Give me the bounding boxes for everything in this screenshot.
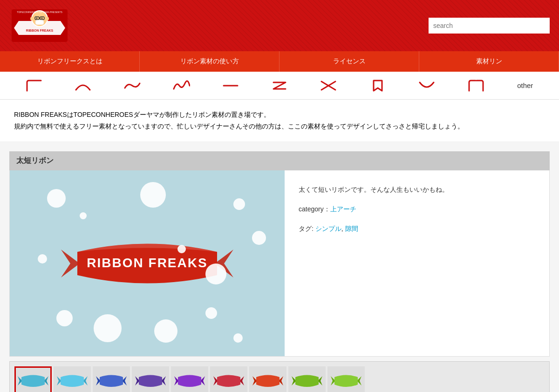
category-link[interactable]: 上アーチ (330, 205, 356, 213)
svg-point-11 (45, 17, 49, 20)
tag-line: タグ: シンプル, 隙間 (299, 223, 535, 235)
logo-area: RIBBON FREAKS TOPECONHEROES DA-YAMA PRES… (9, 5, 70, 47)
icon-bracket[interactable] (451, 79, 500, 93)
logo-icon: RIBBON FREAKS TOPECONHEROES DA-YAMA PRES… (9, 5, 70, 47)
icon-other[interactable]: other (501, 81, 550, 89)
icon-nav: other (0, 72, 559, 100)
thumb-ribbon-icon (173, 371, 206, 392)
ribbon-preview: RIBBON FREAKS (10, 170, 285, 356)
description-line1: RIBBON FREAKSはTOPECONHEROESダーヤマが制作したリボン素… (14, 109, 545, 121)
main-content: 太短リボン (0, 142, 559, 392)
description-line2: 規約内で無料で使えるフリー素材となっていますので、忙しいデザイナーさんその他の方… (14, 121, 545, 132)
nav-item-links[interactable]: 素材リン (419, 51, 559, 72)
ribbon-detail: 太くて短いリボンです。そんな人生もいいかもね。 category：上アーチ タグ… (285, 170, 549, 356)
thumb-ribbon-icon (17, 371, 49, 392)
icon-bottom-arch[interactable] (402, 79, 451, 93)
thumb-ribbon-icon (56, 371, 89, 392)
thumbnail-item-8[interactable] (327, 366, 365, 392)
icon-bowtie[interactable] (304, 79, 353, 93)
thumbnail-item-4[interactable] (171, 366, 208, 392)
nav-item-about[interactable]: リボンフリークスとは (0, 51, 140, 72)
site-description: RIBBON FREAKSはTOPECONHEROESダーヤマが制作したリボン素… (0, 100, 559, 142)
tag-gap[interactable]: 隙間 (345, 225, 358, 232)
search-area (429, 18, 550, 34)
main-nav: リボンフリークスとは リボン素材の使い方 ライセンス 素材リン (0, 51, 559, 72)
thumb-ribbon-icon (291, 371, 323, 392)
svg-text:RIBBON FREAKS: RIBBON FREAKS (26, 29, 54, 32)
content-box: RIBBON FREAKS 太くて短いリボンです。そんな人生もいいかもね。 ca… (9, 170, 550, 357)
icon-straight[interactable] (206, 79, 255, 93)
header: RIBBON FREAKS TOPECONHEROES DA-YAMA PRES… (0, 0, 559, 51)
ribbon-description: 太くて短いリボンです。そんな人生もいいかもね。 (299, 184, 535, 196)
svg-point-8 (41, 18, 43, 19)
icon-top-arch[interactable] (58, 79, 107, 93)
section-title: 太短リボン (9, 151, 550, 170)
thumbnail-item-7[interactable] (288, 366, 326, 392)
icon-wave-gentle[interactable] (108, 79, 157, 93)
search-input[interactable] (429, 18, 550, 34)
nav-item-howto[interactable]: リボン素材の使い方 (140, 51, 280, 72)
thumbnail-strip (9, 361, 550, 392)
thumb-ribbon-icon (212, 371, 245, 392)
svg-text:RIBBON FREAKS: RIBBON FREAKS (87, 256, 207, 270)
thumb-ribbon-icon (330, 371, 362, 392)
thumb-ribbon-icon (134, 371, 167, 392)
svg-point-10 (30, 17, 34, 20)
category-line: category：上アーチ (299, 204, 535, 215)
thumbnail-item-3[interactable] (132, 366, 169, 392)
icon-s-shape[interactable] (255, 79, 304, 93)
tag-separator: , (341, 225, 345, 232)
thumb-ribbon-icon (95, 371, 128, 392)
category-label: category： (299, 205, 330, 213)
icon-bookmark[interactable] (353, 79, 402, 93)
tags-label: タグ: (299, 225, 315, 232)
thumb-ribbon-icon (252, 371, 284, 392)
svg-marker-15 (61, 250, 80, 277)
thumbnail-item-6[interactable] (249, 366, 286, 392)
thumbnail-item-0[interactable] (14, 366, 52, 392)
svg-point-7 (36, 18, 38, 19)
icon-wave-sharp[interactable] (157, 79, 205, 93)
tag-simple[interactable]: シンプル (315, 225, 341, 232)
thumbnail-item-1[interactable] (54, 366, 91, 392)
icon-top-arch-left[interactable] (9, 79, 58, 93)
nav-item-license[interactable]: ライセンス (280, 51, 419, 72)
thumbnail-item-5[interactable] (210, 366, 247, 392)
svg-rect-9 (35, 20, 44, 25)
thumbnail-item-2[interactable] (93, 366, 130, 392)
svg-text:TOPECONHEROES DA-YAMA PRESENTS: TOPECONHEROES DA-YAMA PRESENTS (17, 11, 62, 14)
